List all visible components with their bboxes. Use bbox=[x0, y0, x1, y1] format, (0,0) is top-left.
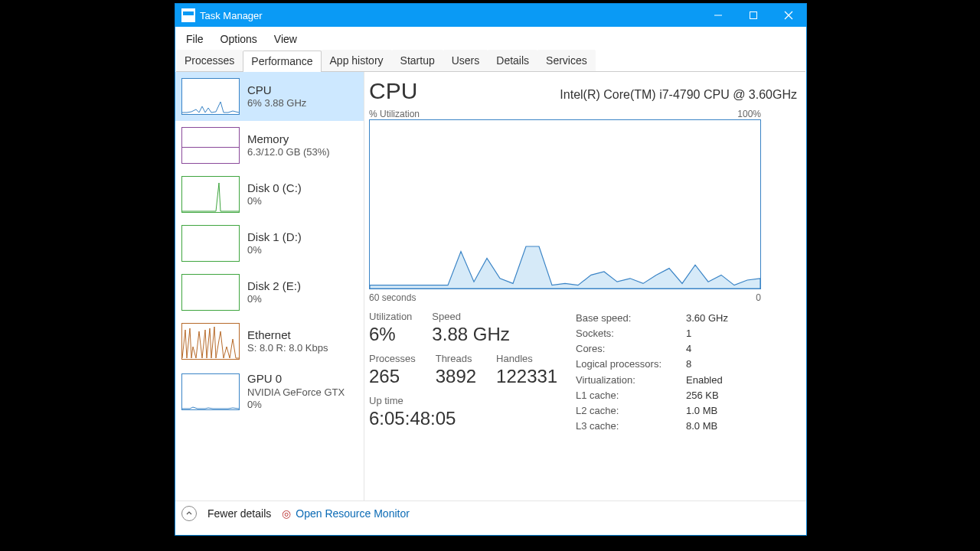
spec-value: 3.60 GHz bbox=[686, 311, 728, 326]
sidebar-item-cpu[interactable]: CPU 6% 3.88 GHz bbox=[175, 72, 364, 121]
spec-key: Logical processors: bbox=[576, 357, 668, 372]
spec-value: 8 bbox=[686, 357, 691, 372]
minimize-button[interactable] bbox=[701, 4, 736, 27]
maximize-button[interactable] bbox=[736, 4, 771, 27]
ethernet-thumb-icon bbox=[181, 323, 240, 360]
speed-value: 3.88 GHz bbox=[432, 324, 509, 345]
app-icon bbox=[181, 8, 195, 22]
menu-view[interactable]: View bbox=[266, 30, 305, 48]
spec-key: L2 cache: bbox=[576, 403, 668, 419]
sidebar-item-sub: 6.3/12.0 GB (53%) bbox=[247, 146, 330, 158]
sidebar-item-sub2: 0% bbox=[247, 399, 345, 411]
tab-startup[interactable]: Startup bbox=[392, 50, 443, 71]
fewer-details-button[interactable]: Fewer details bbox=[207, 507, 271, 520]
sidebar-item-label: Disk 1 (D:) bbox=[247, 230, 302, 245]
sidebar-item-label: Disk 2 (E:) bbox=[247, 279, 301, 294]
window-title: Task Manager bbox=[200, 10, 263, 21]
chart-x-left: 60 seconds bbox=[369, 292, 416, 303]
uptime-value: 6:05:48:05 bbox=[369, 408, 456, 429]
handles-label: Handles bbox=[496, 353, 557, 364]
sidebar-item-label: Disk 0 (C:) bbox=[247, 181, 302, 196]
sidebar-item-gpu0[interactable]: GPU 0 NVIDIA GeForce GTX 0% bbox=[175, 366, 364, 417]
svg-rect-1 bbox=[750, 12, 757, 19]
titlebar[interactable]: Task Manager bbox=[175, 4, 806, 27]
tab-performance[interactable]: Performance bbox=[243, 51, 321, 72]
chart-x-right: 0 bbox=[756, 292, 761, 303]
menu-options[interactable]: Options bbox=[213, 30, 265, 48]
gpu-thumb-icon bbox=[181, 373, 240, 410]
menubar: File Options View bbox=[175, 27, 806, 50]
tab-app-history[interactable]: App history bbox=[322, 50, 392, 71]
spec-key: L3 cache: bbox=[576, 419, 668, 434]
handles-value: 122331 bbox=[496, 366, 557, 387]
spec-value: 256 KB bbox=[686, 388, 719, 403]
spec-value: Enabled bbox=[686, 373, 723, 388]
menu-file[interactable]: File bbox=[178, 30, 211, 48]
main-area: CPU 6% 3.88 GHz Memory 6.3/12.0 GB (53%) bbox=[175, 72, 806, 500]
sidebar-item-sub: 6% 3.88 GHz bbox=[247, 97, 306, 109]
sidebar-item-label: GPU 0 bbox=[247, 372, 345, 386]
sidebar-item-sub: 0% bbox=[247, 195, 302, 207]
sidebar-item-ethernet[interactable]: Ethernet S: 8.0 R: 8.0 Kbps bbox=[175, 317, 364, 366]
disk-thumb-icon bbox=[181, 176, 240, 213]
resource-monitor-icon: ◎ bbox=[282, 507, 291, 520]
spec-key: Virtualization: bbox=[576, 373, 668, 388]
processes-label: Processes bbox=[369, 353, 416, 364]
speed-label: Speed bbox=[432, 311, 509, 322]
task-manager-window: Task Manager File Options View Processes… bbox=[175, 3, 807, 536]
sidebar-item-disk0[interactable]: Disk 0 (C:) 0% bbox=[175, 170, 364, 219]
processes-value: 265 bbox=[369, 366, 416, 387]
sidebar-item-sub: NVIDIA GeForce GTX bbox=[247, 386, 345, 399]
memory-thumb-icon bbox=[181, 127, 240, 164]
sidebar-item-sub: 0% bbox=[247, 244, 302, 256]
chart-y-max: 100% bbox=[737, 109, 761, 119]
spec-value: 1.0 MB bbox=[686, 403, 717, 419]
spec-table: Base speed:3.60 GHz Sockets:1 Cores:4 Lo… bbox=[576, 311, 728, 437]
spec-value: 4 bbox=[686, 341, 691, 357]
footer: Fewer details ◎ Open Resource Monitor bbox=[175, 500, 806, 526]
cpu-utilization-chart bbox=[369, 119, 761, 289]
sidebar-item-disk2[interactable]: Disk 2 (E:) 0% bbox=[175, 268, 364, 317]
sidebar-item-memory[interactable]: Memory 6.3/12.0 GB (53%) bbox=[175, 121, 364, 170]
tab-users[interactable]: Users bbox=[443, 50, 488, 71]
sidebar-item-label: Memory bbox=[247, 132, 330, 147]
spec-key: Sockets: bbox=[576, 326, 668, 341]
utilization-label: Utilization bbox=[369, 311, 412, 322]
spec-value: 1 bbox=[686, 326, 691, 341]
sidebar: CPU 6% 3.88 GHz Memory 6.3/12.0 GB (53%) bbox=[175, 72, 364, 500]
spec-key: L1 cache: bbox=[576, 388, 668, 403]
tab-bar: Processes Performance App history Startu… bbox=[176, 50, 805, 72]
open-resource-monitor-link[interactable]: Open Resource Monitor bbox=[296, 507, 410, 520]
chevron-up-icon bbox=[181, 506, 197, 521]
disk-thumb-icon bbox=[181, 225, 240, 262]
spec-value: 8.0 MB bbox=[686, 419, 717, 434]
spec-key: Cores: bbox=[576, 341, 668, 357]
threads-label: Threads bbox=[436, 353, 476, 364]
detail-pane: CPU Intel(R) Core(TM) i7-4790 CPU @ 3.60… bbox=[369, 72, 806, 500]
threads-value: 3892 bbox=[436, 366, 476, 387]
cpu-model-label: Intel(R) Core(TM) i7-4790 CPU @ 3.60GHz bbox=[560, 88, 797, 102]
sidebar-item-sub: S: 8.0 R: 8.0 Kbps bbox=[247, 342, 328, 354]
chart-y-label: % Utilization bbox=[369, 109, 420, 119]
uptime-label: Up time bbox=[369, 395, 456, 406]
sidebar-item-sub: 0% bbox=[247, 293, 301, 305]
disk-thumb-icon bbox=[181, 274, 240, 311]
page-title: CPU bbox=[369, 78, 417, 104]
close-button[interactable] bbox=[771, 4, 806, 27]
tab-services[interactable]: Services bbox=[537, 50, 596, 71]
spec-key: Base speed: bbox=[576, 311, 668, 326]
tab-details[interactable]: Details bbox=[488, 50, 537, 71]
sidebar-item-disk1[interactable]: Disk 1 (D:) 0% bbox=[175, 219, 364, 268]
cpu-thumb-icon bbox=[181, 78, 240, 115]
sidebar-item-label: CPU bbox=[247, 83, 306, 98]
tab-processes[interactable]: Processes bbox=[176, 50, 243, 71]
sidebar-item-label: Ethernet bbox=[247, 328, 328, 343]
utilization-value: 6% bbox=[369, 324, 412, 345]
